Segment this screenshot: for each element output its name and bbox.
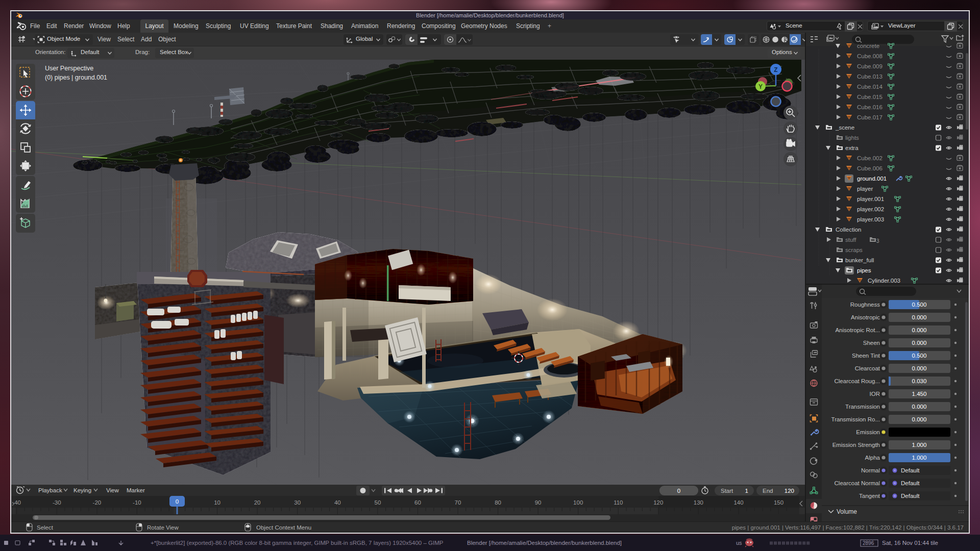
svg-text:Playback: Playback [38,487,62,493]
svg-text:_scene: _scene [835,124,854,131]
svg-text:0.030: 0.030 [912,378,927,384]
svg-text:-10: -10 [133,499,141,506]
svg-text:0.000: 0.000 [912,365,927,371]
svg-text:(0) pipes | ground.001: (0) pipes | ground.001 [45,74,107,81]
svg-text:0.000: 0.000 [912,340,927,346]
svg-text:+*[bunkerlit2] (exported)-86.0: +*[bunkerlit2] (exported)-86.0 (RGB colo… [151,540,444,546]
svg-text:Cube.009: Cube.009 [857,63,883,69]
svg-text:Tangent: Tangent [859,493,880,499]
svg-text:Transmission Ro...: Transmission Ro... [831,416,880,422]
svg-text:Object Context Menu: Object Context Menu [256,524,311,531]
svg-text:50: 50 [375,499,381,506]
svg-text:120: 120 [653,499,663,506]
svg-text:Default: Default [901,467,920,473]
svg-text:player.002: player.002 [857,206,884,212]
svg-text:pipes | ground.001 | Verts:116: pipes | ground.001 | Verts:116,497 | Fac… [732,524,964,531]
svg-text:End: End [763,488,773,494]
svg-text:90: 90 [535,499,542,506]
svg-text:Cube.015: Cube.015 [857,94,883,100]
svg-text:70: 70 [455,499,461,506]
svg-text:Clearcoat Roug...: Clearcoat Roug... [835,378,880,384]
svg-text:Transmission: Transmission [845,404,880,410]
svg-text:ground.001: ground.001 [857,176,887,182]
svg-text:130: 130 [694,499,703,506]
svg-text:-20: -20 [93,499,102,506]
svg-text:Cube.013: Cube.013 [857,73,883,80]
svg-text:0: 0 [677,488,680,494]
svg-text:player.003: player.003 [857,216,884,222]
svg-text:Default: Default [901,493,920,499]
svg-text:Cube.008: Cube.008 [857,53,883,59]
svg-text:0.000: 0.000 [912,416,927,422]
svg-text:Cube.006: Cube.006 [857,165,883,171]
svg-text:150: 150 [774,499,783,506]
svg-text:Roughness: Roughness [850,302,880,308]
svg-text:us: us [736,540,742,546]
svg-text:Cylinder.003: Cylinder.003 [868,278,900,284]
svg-text:1.000: 1.000 [912,442,927,448]
svg-text:0.500: 0.500 [912,302,927,308]
svg-text:110: 110 [614,499,623,506]
svg-text:0: 0 [176,498,179,505]
svg-text:Alpha: Alpha [865,455,880,461]
svg-text:Cube.002: Cube.002 [857,155,883,161]
svg-text:Y: Y [758,83,763,90]
svg-text:stuff: stuff [845,237,856,243]
svg-text:Emission: Emission [856,429,880,435]
svg-text:10: 10 [214,499,220,506]
svg-text:0.500: 0.500 [912,353,927,359]
svg-text:2896: 2896 [863,540,874,546]
svg-text:140: 140 [733,499,743,506]
svg-text:IOR: IOR [870,391,880,397]
svg-text:pipes: pipes [857,267,871,273]
svg-text:1.000: 1.000 [912,455,927,461]
svg-text:bunker_full: bunker_full [845,257,874,263]
svg-text:scraps: scraps [845,247,863,253]
svg-text:-30: -30 [53,499,61,506]
svg-text:Clearcoat: Clearcoat [855,365,880,371]
svg-text:Start: Start [721,488,733,494]
svg-text:player: player [857,186,873,192]
svg-text:Clearcoat Normal: Clearcoat Normal [835,480,880,486]
svg-text:lights: lights [845,135,859,141]
svg-text:Select: Select [37,524,54,531]
svg-text:60: 60 [414,499,421,506]
svg-text:Collection: Collection [836,227,862,233]
svg-text:▩▩▩▩▩▩▩▩▩▩: ▩▩▩▩▩▩▩▩▩▩ [770,540,811,546]
svg-text:20: 20 [254,499,261,506]
svg-text:Rotate View: Rotate View [147,524,179,531]
svg-text:Cube.014: Cube.014 [857,84,883,90]
svg-text:Cube.016: Cube.016 [857,104,883,110]
svg-text:player.001: player.001 [857,196,884,202]
svg-text:Sheen: Sheen [863,340,880,346]
svg-text:30: 30 [294,499,301,506]
svg-text:120: 120 [785,488,794,494]
svg-text:-40: -40 [12,499,21,506]
svg-text:1.450: 1.450 [912,391,927,397]
svg-text:Blender [/home/amalie/Desktop/: Blender [/home/amalie/Desktop/blender/bu… [467,540,622,546]
svg-text:0.000: 0.000 [912,314,927,320]
svg-text:Default: Default [901,480,920,486]
svg-text:0.000: 0.000 [912,327,927,333]
svg-text:40: 40 [334,499,341,506]
svg-text:Volume: Volume [837,508,857,515]
svg-text:Cube.017: Cube.017 [857,114,883,120]
svg-text:Anisotropic: Anisotropic [851,314,880,320]
svg-text:Keying: Keying [74,487,91,493]
svg-text:Anisotropic Rot...: Anisotropic Rot... [835,327,880,333]
svg-text:Sheen Tint: Sheen Tint [852,353,880,359]
svg-text:extra: extra [845,145,859,151]
svg-text:User Perspective: User Perspective [45,65,93,72]
svg-text:Z: Z [774,66,777,73]
svg-text:View: View [106,487,119,493]
svg-text:0.000: 0.000 [912,404,927,410]
svg-text:Sat, 16 Nov 01:44 tile: Sat, 16 Nov 01:44 tile [882,540,938,546]
svg-text:Marker: Marker [127,487,145,493]
svg-text:concrete: concrete [857,43,879,49]
svg-text:Normal: Normal [861,467,880,473]
svg-text:100: 100 [573,499,583,506]
svg-text:80: 80 [495,499,501,506]
svg-text:1: 1 [745,488,748,494]
svg-text:3: 3 [876,238,879,244]
svg-text:Emission Strength: Emission Strength [832,442,880,448]
